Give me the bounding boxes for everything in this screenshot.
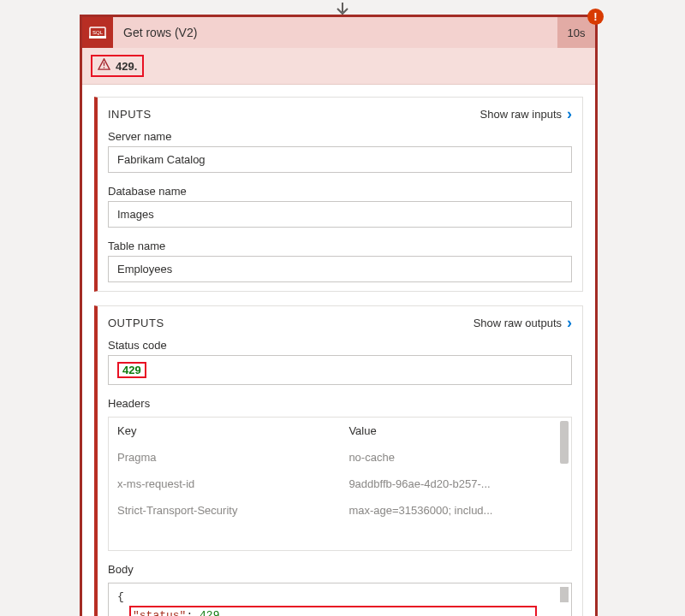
warning-icon [98, 58, 110, 74]
body-box[interactable]: { "status": 429, "message": "Rate limit … [108, 583, 572, 616]
json-status-value: 429 [200, 609, 219, 617]
card-title: Get rows (V2) [113, 17, 557, 48]
svg-rect-4 [104, 67, 104, 68]
headers-row [109, 524, 571, 550]
headers-col-key: Key [117, 424, 348, 437]
error-code-text: 429. [116, 60, 137, 73]
server-name-value: Fabrikam Catalog [108, 146, 572, 173]
table-name-label: Table name [108, 240, 572, 252]
headers-col-value: Value [348, 424, 563, 437]
show-raw-outputs-label: Show raw outputs [474, 317, 562, 329]
server-name-label: Server name [108, 130, 572, 143]
error-banner: 429. [82, 48, 595, 85]
headers-row: Strict-Transport-Security max-age=315360… [109, 497, 571, 524]
database-name-value: Images [108, 201, 572, 228]
inputs-title: INPUTS [108, 108, 152, 121]
header-value [348, 530, 563, 543]
svg-rect-1 [89, 36, 106, 38]
outputs-title: OUTPUTS [108, 317, 164, 329]
show-raw-inputs-label: Show raw inputs [480, 108, 562, 121]
headers-row: Pragma no-cache [109, 444, 571, 471]
header-key [117, 530, 348, 543]
status-code-label: Status code [108, 339, 572, 352]
svg-rect-3 [104, 62, 104, 66]
json-status-key: "status" [133, 609, 186, 617]
json-highlight: "status": 429, "message": "Rate limit is… [129, 606, 537, 617]
header-key: x-ms-request-id [117, 477, 348, 490]
table-name-value: Employees [108, 256, 572, 282]
show-raw-outputs-link[interactable]: Show raw outputs › [474, 315, 572, 330]
action-card: ! SQL Get rows (V2) 10s 429. INPUTS [80, 15, 598, 616]
headers-label: Headers [108, 397, 572, 410]
scrollbar-thumb[interactable] [560, 421, 569, 464]
scrollbar-thumb[interactable] [560, 587, 569, 602]
body-label: Body [108, 563, 572, 576]
card-header[interactable]: SQL Get rows (V2) 10s [82, 17, 595, 48]
outputs-section: OUTPUTS Show raw outputs › Status code 4… [94, 305, 583, 616]
show-raw-inputs-link[interactable]: Show raw inputs › [480, 106, 572, 121]
svg-text:SQL: SQL [92, 30, 104, 35]
header-value: 9addbffb-96ae-4d20-b257-... [348, 477, 563, 490]
alert-badge-icon: ! [587, 9, 604, 25]
headers-row: x-ms-request-id 9addbffb-96ae-4d20-b257-… [109, 471, 571, 497]
header-value: no-cache [348, 451, 563, 464]
status-code-value: 429 [117, 362, 146, 378]
header-value: max-age=31536000; includ... [348, 504, 563, 517]
header-key: Pragma [117, 451, 348, 464]
chevron-right-icon: › [567, 106, 572, 121]
database-name-label: Database name [108, 185, 572, 198]
header-key: Strict-Transport-Security [117, 504, 348, 517]
chevron-right-icon: › [567, 315, 572, 330]
status-code-box: 429 [108, 355, 572, 385]
headers-table[interactable]: Key Value Pragma no-cache x-ms-request-i… [108, 417, 572, 551]
sql-connector-icon: SQL [82, 17, 113, 48]
inputs-section: INPUTS Show raw inputs › Server name Fab… [94, 97, 583, 292]
